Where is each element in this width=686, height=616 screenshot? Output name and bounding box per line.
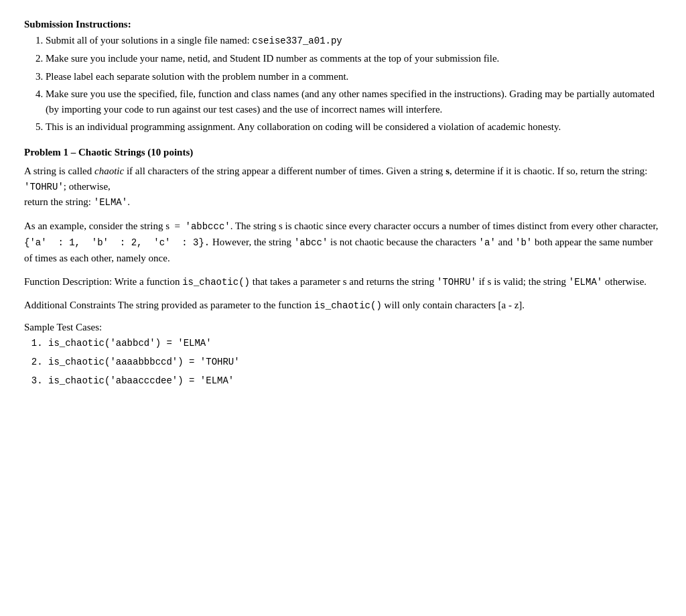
example-s-value: 'abbccc' <box>186 221 230 232</box>
func-desc-if: if s is valid; the string <box>476 276 569 287</box>
sample-test-cases: Sample Test Cases: is_chaotic('aabbcd') … <box>24 322 662 389</box>
sample-case-2: is_chaotic('aaaabbbccd') = 'TOHRU' <box>48 355 662 371</box>
example-dict-rest: However, the string <box>210 237 294 247</box>
problem1-section: Problem 1 – Chaotic Strings (10 points) … <box>24 147 662 389</box>
problem1-func-desc: Function Description: Write a function i… <box>24 274 662 290</box>
func-desc-prefix: Function Description: Write a function <box>24 276 182 287</box>
sample-case-1: is_chaotic('aabbcd') = 'ELMA' <box>48 336 662 352</box>
func-is-chaotic: is_chaotic() <box>182 277 250 288</box>
sample-case-3: is_chaotic('abaacccdee') = 'ELMA' <box>48 373 662 389</box>
sample-title: Sample Test Cases: <box>24 322 662 333</box>
submission-item-4: Make sure you use the specified, file, f… <box>46 86 662 117</box>
submission-item-2: Make sure you include your name, netid, … <box>46 51 662 66</box>
submission-instructions: Submission Instructions: Submit all of y… <box>24 19 662 135</box>
desc-semicolon: ; otherwise, <box>64 181 111 192</box>
constraints-prefix: Additional Constraints The string provid… <box>24 300 314 310</box>
problem1-example: As an example, consider the string s = '… <box>24 219 662 266</box>
example-prefix: As an example, consider the string s = <box>24 221 186 231</box>
example-not-chaotic: is not chaotic because the characters <box>328 237 478 247</box>
func-desc-mid: that takes a parameter s and returns the… <box>250 276 437 287</box>
desc-elma: 'ELMA' <box>94 197 127 208</box>
submission-title: Submission Instructions: <box>24 19 662 30</box>
example-a-mono: 'a' <box>479 237 496 248</box>
submission-item-1-prefix: Submit all of your solutions in a single… <box>46 35 252 46</box>
desc-return-elma: return the string: <box>24 196 94 207</box>
example-and: and <box>496 237 515 247</box>
desc-before-chaotic: A string is called <box>24 166 94 176</box>
func-desc-otherwise: otherwise. <box>602 276 646 287</box>
desc-chaotic-italic: chaotic <box>94 166 124 176</box>
desc-rest: , determine if it is chaotic. If so, ret… <box>450 166 647 176</box>
constraints-rest: will only contain characters [a - z]. <box>382 300 525 310</box>
func-elma2: 'ELMA' <box>569 277 602 288</box>
sample-list: is_chaotic('aabbcd') = 'ELMA' is_chaotic… <box>48 336 662 389</box>
example-b-mono: 'b' <box>515 237 532 248</box>
desc-elma-period: . <box>127 196 130 207</box>
submission-item-5: This is an individual programming assign… <box>46 119 662 135</box>
problem1-constraints: Additional Constraints The string provid… <box>24 298 662 314</box>
example-rest: . The string s is chaotic since every ch… <box>230 221 659 231</box>
example-dict: {'a' : 1, 'b' : 2, 'c' : 3}. <box>24 237 210 248</box>
submission-item-1: Submit all of your solutions in a single… <box>46 33 662 48</box>
submission-filename: cseise337_a01.py <box>252 36 342 46</box>
problem1-description: A string is called chaotic if all charac… <box>24 164 662 211</box>
submission-list: Submit all of your solutions in a single… <box>46 33 662 135</box>
constraints-is-chaotic: is_chaotic() <box>314 300 382 311</box>
problem1-title: Problem 1 – Chaotic Strings (10 points) <box>24 147 662 158</box>
func-tohru2: 'TOHRU' <box>437 277 476 288</box>
submission-item-3: Please label each separate solution with… <box>46 69 662 84</box>
example-abcc: 'abcc' <box>294 237 328 248</box>
desc-tohru: 'TOHRU' <box>24 182 64 192</box>
desc-after-chaotic: if all characters of the string appear a… <box>124 166 445 176</box>
